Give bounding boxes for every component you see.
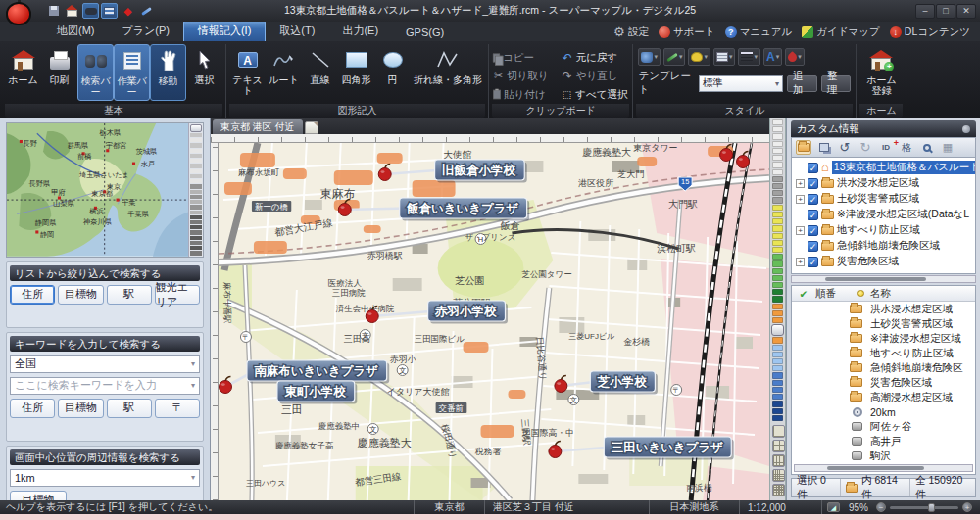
line-style-button[interactable]: ▾	[738, 48, 760, 66]
overview-map[interactable]: 栃木県群馬県宇都宮前橋茨城県水戸埼玉県さいたま長野県甲府山梨県東京都東京横浜千葉…	[6, 122, 204, 258]
id-add-icon[interactable]: ID	[878, 140, 894, 155]
scale-step[interactable]	[772, 240, 783, 246]
map-callout[interactable]: 三田いきいきプラザ	[604, 437, 733, 460]
circle-button[interactable]: 円	[374, 44, 411, 101]
scale-step[interactable]	[772, 282, 783, 288]
scale-step[interactable]	[772, 415, 783, 421]
scale-step[interactable]	[772, 337, 783, 343]
table-horizontal-scrollbar[interactable]	[794, 464, 973, 472]
dl-contents-menu[interactable]: ↓DLコンテンツ	[890, 25, 970, 39]
font-color-button[interactable]: A▾	[763, 48, 782, 66]
radius-select[interactable]: 1km▾	[10, 469, 200, 487]
map-style-button[interactable]: ◢	[821, 500, 845, 514]
tree-item[interactable]: +✓地すべり防止区域	[794, 222, 975, 238]
expand-icon[interactable]: +	[796, 226, 805, 235]
support-menu[interactable]: サポート	[659, 25, 715, 39]
line-button[interactable]: 直線	[302, 44, 338, 101]
scale-step[interactable]	[772, 254, 783, 260]
grid-8-icon[interactable]	[772, 484, 785, 496]
checkbox-icon[interactable]: ✓	[808, 163, 818, 173]
new-tab-icon[interactable]	[305, 121, 318, 134]
checkbox-icon[interactable]: ✓	[808, 225, 818, 236]
zoom-in-icon[interactable]: +	[962, 502, 972, 512]
list-search-address-button[interactable]: 住所	[10, 285, 55, 305]
select-all-button[interactable]: ⬚すべて選択	[561, 85, 630, 104]
scale-step[interactable]	[772, 408, 783, 414]
scale-step[interactable]	[772, 133, 783, 139]
check-column-header[interactable]: ✔	[792, 288, 815, 300]
checkbox-icon[interactable]: ✓	[808, 194, 818, 205]
select-button[interactable]: 選択	[186, 44, 222, 101]
checkbox-icon[interactable]: ✓	[808, 210, 818, 220]
table-row[interactable]: 災害危険区域	[792, 375, 975, 390]
overview-map-canvas[interactable]: 栃木県群馬県宇都宮前橋茨城県水戸埼玉県さいたま長野県甲府山梨県東京都東京横浜千葉…	[7, 123, 188, 257]
map-callout[interactable]: 東町小学校	[277, 381, 357, 404]
search-bar-icon[interactable]	[82, 3, 99, 19]
scale-step[interactable]	[772, 247, 783, 253]
save-icon[interactable]	[45, 3, 62, 19]
list-search-landmark-button[interactable]: 目標物	[58, 285, 103, 305]
copy-button[interactable]: コピー	[492, 48, 551, 67]
tree-item[interactable]: ✓急傾斜地崩壊危険区域	[794, 238, 975, 254]
table-row[interactable]: 洪水浸水想定区域	[792, 302, 975, 316]
scale-slider-handle[interactable]	[771, 324, 784, 336]
polyline-button[interactable]: 折れ線・多角形	[411, 44, 485, 101]
close-button[interactable]: ✕	[956, 4, 976, 19]
map-callout[interactable]: 芝小学校	[590, 371, 658, 395]
overview-slider-handle[interactable]	[190, 124, 202, 132]
list-search-tourism-button[interactable]: 観光エリア	[155, 285, 200, 305]
pan-button[interactable]: 移動	[150, 44, 186, 101]
grid-6-icon[interactable]	[772, 469, 785, 482]
keyword-input[interactable]: ここに検索キーワードを入力▾	[10, 377, 200, 395]
paste-button[interactable]: 貼り付け	[492, 85, 551, 104]
attribute-icon[interactable]: 格	[899, 140, 914, 155]
map-callout[interactable]: 赤羽小学校	[428, 301, 508, 324]
settings-menu[interactable]: ⚙設定	[613, 25, 649, 39]
scale-step[interactable]	[772, 197, 783, 203]
table-row[interactable]: 阿佐ヶ谷	[792, 419, 975, 434]
scale-step[interactable]	[772, 225, 783, 231]
manual-menu[interactable]: ?マニュアル	[725, 25, 793, 39]
work-bar-button[interactable]: 作業バー	[114, 44, 150, 101]
redo-button[interactable]: ↷やり直し	[561, 67, 630, 85]
minimize-button[interactable]: –	[915, 4, 935, 19]
guidemap-menu[interactable]: ガイドマップ	[802, 25, 879, 39]
template-organize-button[interactable]: 整理	[821, 75, 852, 92]
scale-step[interactable]	[772, 126, 783, 132]
table-row[interactable]: 高潮浸水想定区域	[792, 390, 975, 404]
scale-step[interactable]	[772, 304, 783, 309]
grid-4-icon[interactable]	[772, 454, 785, 467]
undo-icon[interactable]: ↺	[837, 140, 853, 155]
list-search-station-button[interactable]: 駅	[107, 285, 152, 305]
scale-step[interactable]	[772, 162, 783, 167]
scale-step[interactable]	[772, 380, 783, 386]
tree-item[interactable]: +✓洪水浸水想定区域	[794, 175, 975, 191]
maximize-button[interactable]: □	[936, 4, 956, 19]
table-row[interactable]: 駒沢	[792, 449, 975, 463]
scale-step[interactable]	[772, 345, 783, 351]
home-icon[interactable]	[64, 3, 80, 19]
scale-step[interactable]	[772, 317, 783, 323]
zoom-slider-track[interactable]	[890, 506, 958, 509]
scale-step[interactable]	[772, 218, 783, 224]
table-row[interactable]: ※津波浸水想定区域	[792, 331, 975, 346]
tree-item[interactable]: +✓災害危険区域	[794, 254, 975, 269]
checkbox-icon[interactable]: ✓	[808, 178, 818, 189]
menu-import[interactable]: 取込(T)	[266, 21, 328, 41]
redo-icon[interactable]: ↻	[858, 140, 873, 155]
zoom-slider[interactable]: − +	[872, 502, 980, 512]
table-row[interactable]: 土砂災害警戒区域	[792, 316, 975, 331]
zoom-slider-thumb[interactable]	[928, 503, 935, 512]
keyword-postal-button[interactable]: 〒	[155, 399, 200, 418]
map-callout[interactable]: 旧飯倉小学校	[435, 160, 527, 183]
scale-step[interactable]	[772, 141, 783, 147]
print-button[interactable]: 印刷	[41, 44, 77, 101]
menu-plan[interactable]: プラン(P)	[109, 21, 183, 41]
menu-gps[interactable]: GPS(G)	[392, 24, 458, 41]
scale-step[interactable]	[772, 233, 783, 239]
table-row[interactable]: 急傾斜地崩壊危険区	[792, 360, 975, 375]
table-row[interactable]: 高井戸	[792, 434, 975, 449]
keyword-address-button[interactable]: 住所	[10, 399, 55, 418]
expand-icon[interactable]: +	[796, 179, 805, 188]
route-button[interactable]: ルート	[266, 44, 302, 101]
